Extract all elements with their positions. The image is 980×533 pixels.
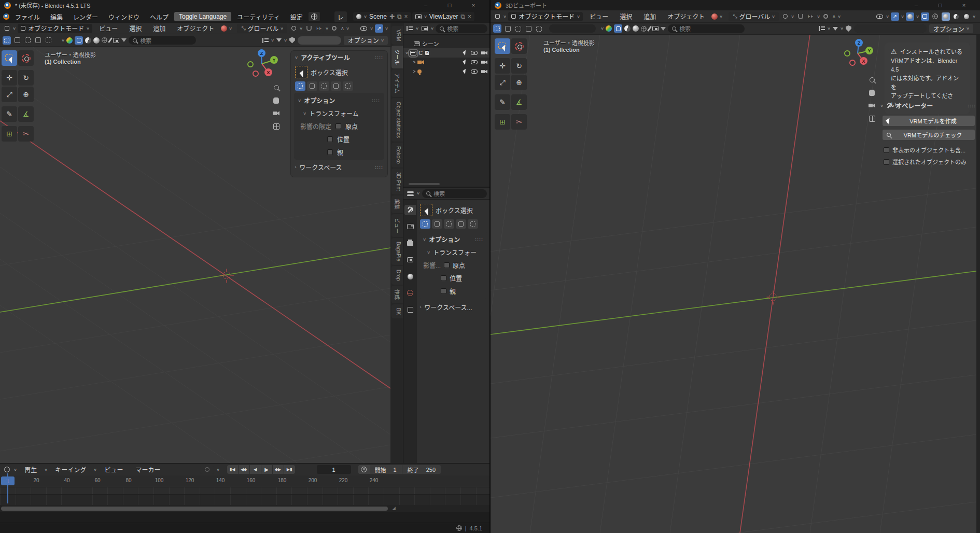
panel-drag-dots[interactable]: :::: xyxy=(375,55,383,60)
scene-collection-row[interactable]: シーン xyxy=(403,39,489,48)
pan-hand-icon[interactable] xyxy=(867,88,876,97)
object-properties-tab[interactable] xyxy=(404,304,416,315)
tab-view[interactable]: ビュー xyxy=(391,214,403,237)
selectable-icon[interactable] xyxy=(463,50,468,56)
mode-new-icon[interactable] xyxy=(420,219,430,229)
filter-funnel-icon[interactable] xyxy=(121,38,127,42)
viewport-3d[interactable]: ユーザー・透視投影 (1) Collection ✛ ↻ ⤢ ⊕ xyxy=(0,47,390,473)
swap-tool[interactable]: ✂ xyxy=(511,114,527,130)
gizmo-x-axis[interactable]: X xyxy=(860,57,867,65)
tool-prompt-field[interactable] xyxy=(549,24,596,33)
snap-target-icon[interactable]: ⊦⊦ xyxy=(315,24,324,33)
collections-list-icon[interactable] xyxy=(262,38,269,43)
measure-tool[interactable]: ∡ xyxy=(511,94,527,110)
select-box-tool[interactable] xyxy=(495,38,510,54)
tab-create[interactable]: 作成 xyxy=(391,286,403,303)
render-visibility-icon[interactable] xyxy=(481,60,487,64)
annotate-tool[interactable]: ✎ xyxy=(2,106,17,122)
mode-invert-icon[interactable] xyxy=(456,219,466,229)
camera-view-icon[interactable] xyxy=(867,101,876,110)
pin-icon[interactable]: ✚ xyxy=(389,13,395,20)
xray-toggle-icon[interactable] xyxy=(921,12,929,21)
mode-intersect-icon[interactable] xyxy=(343,81,353,91)
selected-only-checkbox[interactable] xyxy=(884,159,889,165)
shield-check-icon[interactable] xyxy=(289,37,295,44)
select-mode-intersect-icon[interactable] xyxy=(44,36,52,45)
panel-drag-dots[interactable]: :::: xyxy=(968,103,976,108)
mode-intersect-icon[interactable] xyxy=(468,219,478,229)
outliner-filter-icon[interactable] xyxy=(421,24,429,33)
menu-playback[interactable]: 再生 xyxy=(20,464,41,475)
gear-icon[interactable] xyxy=(309,12,320,21)
perspective-toggle-icon[interactable] xyxy=(867,114,876,123)
matcap-icon[interactable] xyxy=(633,25,639,32)
selectable-icon[interactable] xyxy=(463,69,468,75)
scrollbar-handle[interactable] xyxy=(1,507,388,511)
gizmo-x-axis[interactable]: X xyxy=(264,68,272,76)
brush-icon[interactable] xyxy=(649,26,650,32)
navigation-gizmo[interactable]: Z Y X xyxy=(241,48,283,86)
menu-view[interactable]: ビュー xyxy=(94,23,122,34)
tab-bk[interactable]: BK xyxy=(391,304,403,318)
menu-settings[interactable]: 設定 xyxy=(286,11,307,22)
zoom-icon[interactable] xyxy=(272,83,281,92)
auto-keying-icon[interactable] xyxy=(200,466,214,474)
viewport-3d[interactable]: ユーザー・透視投影 (1) Collection ✛ ↻ ⤢ ⊕ ✎ ∡ ⊞ ✂ xyxy=(491,35,980,533)
snap-magnet-icon[interactable] xyxy=(796,12,805,21)
proportional-edit-icon[interactable] xyxy=(822,12,830,21)
snap-target-icon[interactable]: ⊦⊦ xyxy=(807,12,815,21)
hide-eye-icon[interactable] xyxy=(471,51,478,55)
mode-extend-icon[interactable] xyxy=(432,219,442,229)
collections-list-icon[interactable] xyxy=(819,26,825,31)
collection-exclude-checkbox[interactable] xyxy=(425,50,430,55)
tab-3d-print[interactable]: 3D Print xyxy=(391,169,403,194)
options-header[interactable]: ∨ オプション :::: xyxy=(294,94,384,107)
shading-solid-icon[interactable] xyxy=(614,24,622,33)
orientation-selector[interactable]: ⤡ グローバル ∨ xyxy=(729,12,779,21)
options-dropdown[interactable]: オプション ∨ xyxy=(929,24,973,33)
viewlayer-properties-tab[interactable] xyxy=(404,255,416,265)
jump-to-start-button[interactable]: ▮◀ xyxy=(227,465,238,474)
copy-icon[interactable]: ⧉ xyxy=(397,13,402,20)
scale-tool[interactable]: ⤢ xyxy=(495,75,510,90)
maximize-icon[interactable]: □ xyxy=(928,0,952,10)
timeline-tracks[interactable] xyxy=(0,487,489,505)
playhead-line[interactable] xyxy=(7,473,8,503)
gizmos-icon[interactable]: ↗ xyxy=(891,12,899,21)
shading-material-icon[interactable] xyxy=(952,12,960,21)
filter-icon[interactable] xyxy=(276,38,282,42)
collection-row[interactable]: ∨ C xyxy=(403,48,489,58)
tool-prompt-field[interactable] xyxy=(298,36,341,45)
properties-editor-icon[interactable] xyxy=(406,189,414,198)
mode-transfer-icon[interactable] xyxy=(711,13,718,20)
select-mode-new-icon[interactable] xyxy=(3,36,11,45)
gizmo-x-negative[interactable] xyxy=(849,60,856,66)
include-hidden-checkbox[interactable] xyxy=(884,147,889,153)
gizmo-y-negative[interactable] xyxy=(844,50,850,57)
select-box-tool[interactable] xyxy=(2,50,17,66)
proportional-edit-icon[interactable] xyxy=(330,24,339,33)
navigation-gizmo[interactable]: Z Y X xyxy=(837,36,878,74)
panel-drag-dots[interactable]: :::: xyxy=(372,98,380,103)
select-mode-extend-icon[interactable] xyxy=(13,36,21,45)
options-dropdown[interactable]: オプション ∨ xyxy=(344,36,388,45)
panel-drag-dots[interactable]: :::: xyxy=(475,237,483,242)
cursor-tool[interactable] xyxy=(18,50,34,66)
camera-view-icon[interactable] xyxy=(272,109,281,118)
menu-add[interactable]: 追加 xyxy=(639,11,661,22)
resize-grip-icon[interactable]: ◢ xyxy=(392,506,396,511)
render-visibility-icon[interactable] xyxy=(481,51,487,55)
perspective-toggle-icon[interactable] xyxy=(272,122,281,131)
filter-funnel-icon[interactable] xyxy=(661,27,666,31)
falloff-curve-icon[interactable]: ∧ xyxy=(341,25,344,31)
world-icon[interactable] xyxy=(641,26,647,32)
measure-tool[interactable]: ∡ xyxy=(18,106,34,122)
menu-select[interactable]: 選択 xyxy=(615,11,637,22)
shield-check-icon[interactable] xyxy=(846,25,851,32)
current-frame-field[interactable]: 1 xyxy=(317,465,351,474)
clipboard-icon[interactable] xyxy=(652,26,659,31)
pivot-point-icon[interactable] xyxy=(781,12,789,21)
play-reverse-button[interactable]: ◀ xyxy=(250,465,261,474)
mode-extend-icon[interactable] xyxy=(307,81,317,91)
gizmo-z-axis[interactable]: Z xyxy=(855,39,863,47)
